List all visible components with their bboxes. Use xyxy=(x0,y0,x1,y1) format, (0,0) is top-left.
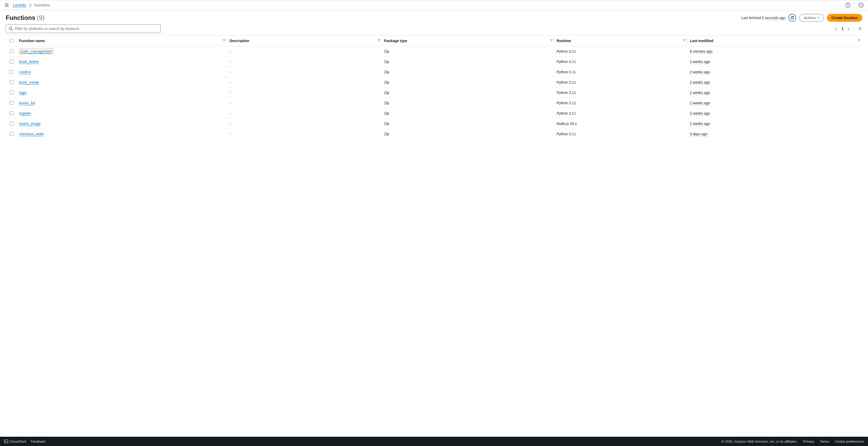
cell-package-type: Zip xyxy=(382,88,555,98)
cell-runtime: Python 3.11 xyxy=(555,98,688,108)
cookie-preferences-link[interactable]: Cookie preferences xyxy=(835,440,864,443)
refresh-button[interactable] xyxy=(788,14,796,22)
column-header-package[interactable]: Package type▽ xyxy=(382,35,555,46)
sort-icon[interactable]: ▽ xyxy=(856,39,860,41)
cell-last-modified: 2 weeks ago xyxy=(690,122,710,126)
row-select-checkbox[interactable] xyxy=(9,122,13,126)
next-page-button[interactable]: ❯ xyxy=(847,27,850,31)
copyright-text: © 2025, Amazon Web Services, Inc. or its… xyxy=(721,440,798,443)
sort-icon[interactable]: ▽ xyxy=(376,39,380,41)
function-name-link[interactable]: register xyxy=(19,111,31,116)
row-select-checkbox[interactable] xyxy=(9,49,13,53)
cell-runtime: Python 3.11 xyxy=(555,77,688,88)
cell-description: - xyxy=(227,108,382,118)
function-name-link[interactable]: book_delete xyxy=(19,60,39,64)
cell-runtime: Python 3.11 xyxy=(555,88,688,98)
breadcrumb-service-link[interactable]: Lambda xyxy=(13,3,26,7)
cell-description: - xyxy=(227,46,382,57)
cell-package-type: Zip xyxy=(382,108,555,118)
nav-menu-toggle[interactable] xyxy=(4,3,9,8)
cell-runtime: Python 3.11 xyxy=(555,46,688,57)
function-name-link[interactable]: order_management xyxy=(19,49,53,54)
sort-icon[interactable]: ▽ xyxy=(221,39,225,41)
table-row: confirm - Zip Python 3.11 2 weeks ago xyxy=(6,67,862,77)
terms-link[interactable]: Terms xyxy=(820,440,829,443)
row-select-checkbox[interactable] xyxy=(9,80,13,84)
column-header-description[interactable]: Description▽ xyxy=(227,35,382,46)
row-select-checkbox[interactable] xyxy=(9,101,13,105)
table-row: book_delete - Zip Python 3.11 2 weeks ag… xyxy=(6,57,862,67)
cell-description: - xyxy=(227,129,382,139)
cell-last-modified: 2 weeks ago xyxy=(690,70,710,74)
table-row: login - Zip Python 3.11 2 weeks ago xyxy=(6,88,862,98)
last-fetched-label: Last fetched 0 seconds ago xyxy=(741,16,785,20)
info-icon xyxy=(845,2,851,8)
row-select-checkbox[interactable] xyxy=(9,91,13,95)
function-name-link[interactable]: login xyxy=(19,91,27,95)
actions-label: Actions xyxy=(804,16,815,20)
svg-line-8 xyxy=(11,29,13,30)
divider xyxy=(854,3,855,8)
cell-description: - xyxy=(227,77,382,88)
column-header-runtime[interactable]: Runtime▽ xyxy=(555,35,688,46)
notifications-button[interactable] xyxy=(858,2,864,8)
function-name-link[interactable]: books_list xyxy=(19,101,35,105)
current-page-number: 1 xyxy=(841,27,843,31)
svg-point-7 xyxy=(9,27,12,30)
functions-table: Function name▽ Description▽ Package type… xyxy=(6,35,862,139)
clock-refresh-icon xyxy=(858,2,864,8)
cell-package-type: Zip xyxy=(382,57,555,67)
table-row: checkout_order - Zip Python 3.11 3 days … xyxy=(6,129,862,139)
table-row: books_list - Zip Python 3.11 2 weeks ago xyxy=(6,98,862,108)
cell-description: - xyxy=(227,98,382,108)
pagination: ❮ 1 ❯ xyxy=(835,26,862,31)
feedback-link[interactable]: Feedback xyxy=(31,440,45,443)
select-all-checkbox[interactable] xyxy=(9,39,13,43)
footer-bar: CloudShell Feedback © 2025, Amazon Web S… xyxy=(0,437,868,446)
sort-icon[interactable]: ▽ xyxy=(549,39,553,41)
top-nav-bar: Lambda ❯ Functions xyxy=(0,0,868,10)
function-name-link[interactable]: checkout_order xyxy=(19,132,44,136)
cell-last-modified: 2 weeks ago xyxy=(690,91,710,95)
row-select-checkbox[interactable] xyxy=(9,132,13,136)
column-header-name[interactable]: Function name▽ xyxy=(17,35,227,46)
function-name-link[interactable]: book_create xyxy=(19,80,39,85)
table-row: book_create - Zip Python 3.11 2 weeks ag… xyxy=(6,77,862,88)
chevron-down-icon: ▼ xyxy=(817,16,819,19)
chevron-right-icon: ❯ xyxy=(29,3,32,7)
function-name-link[interactable]: resize_image xyxy=(19,122,40,126)
cloudshell-icon xyxy=(4,439,8,443)
create-function-button[interactable]: Create function xyxy=(827,14,862,22)
cell-last-modified: 2 weeks ago xyxy=(690,80,710,85)
last-fetched-time: 0 seconds ago xyxy=(762,16,785,20)
column-header-modified[interactable]: Last modified▽ xyxy=(688,35,862,46)
sort-icon[interactable]: ▽ xyxy=(681,39,686,41)
cell-runtime: Python 3.11 xyxy=(555,108,688,118)
settings-button[interactable] xyxy=(858,26,862,31)
search-container xyxy=(6,24,161,33)
cell-description: - xyxy=(227,118,382,129)
actions-dropdown-button[interactable]: Actions ▼ xyxy=(799,14,824,22)
row-select-checkbox[interactable] xyxy=(9,70,13,74)
cell-last-modified: 2 weeks ago xyxy=(690,60,710,64)
breadcrumb-current: Functions xyxy=(34,3,50,7)
page-title-text: Functions xyxy=(6,14,35,21)
info-button[interactable] xyxy=(845,2,851,8)
cell-last-modified: 8 minutes ago xyxy=(690,49,712,54)
cell-package-type: Zip xyxy=(382,77,555,88)
cell-package-type: Zip xyxy=(382,118,555,129)
svg-point-5 xyxy=(847,4,848,4)
search-input[interactable] xyxy=(6,24,161,33)
cell-runtime: Node.js 20.x xyxy=(555,118,688,129)
cell-last-modified: 2 weeks ago xyxy=(690,111,710,116)
cell-description: - xyxy=(227,67,382,77)
page-title: Functions (9) xyxy=(6,14,45,22)
cloudshell-button[interactable]: CloudShell xyxy=(4,439,26,443)
row-select-checkbox[interactable] xyxy=(9,60,13,64)
row-select-checkbox[interactable] xyxy=(9,111,13,115)
breadcrumb: Lambda ❯ Functions xyxy=(13,3,50,7)
search-icon xyxy=(9,27,13,31)
privacy-link[interactable]: Privacy xyxy=(803,440,814,443)
prev-page-button[interactable]: ❮ xyxy=(835,27,838,31)
function-name-link[interactable]: confirm xyxy=(19,70,31,74)
